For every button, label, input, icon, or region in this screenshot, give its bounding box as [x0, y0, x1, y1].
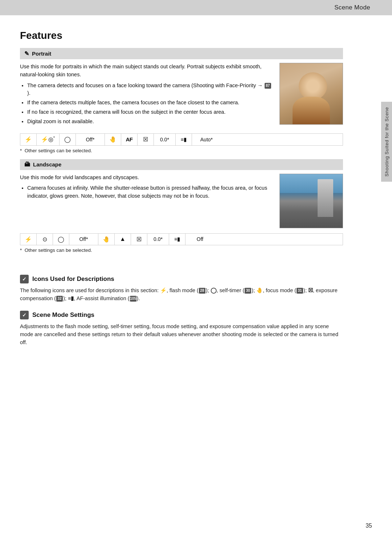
ls-circle-symbol: ⊙ [42, 236, 47, 243]
portrait-settings-row: ⚡ ⚡◎* ◯ Off* 🤚 AF ☒ 0.0* [20, 133, 343, 145]
landscape-bullet-1: Camera focuses at infinity. While the sh… [27, 184, 272, 200]
settings-cell-flash: ⚡ [20, 134, 37, 145]
icons-note-heading: ✓ Icons Used for Descriptions [20, 275, 343, 283]
settings-cell-ev: 0.0* [154, 134, 176, 145]
landscape-icon: 🏔 [24, 161, 30, 168]
main-content: Features ✎ Portrait Use this mode for po… [0, 15, 363, 376]
notes-section: ✓ Icons Used for Descriptions The follow… [20, 275, 343, 347]
portrait-icon: ✎ [24, 50, 29, 57]
portrait-description: Use this mode for portraits in which the… [20, 63, 272, 79]
scene-mode-note-title: Scene Mode Settings [32, 311, 94, 319]
ref-32: 32 [56, 296, 63, 302]
exp-symbol: ☒ [143, 136, 148, 143]
portrait-label: Portrait [32, 51, 51, 57]
settings-cell-exp: ☒ [138, 134, 154, 145]
settings-cell-macro: ⚡◎* [37, 134, 60, 145]
off-label-1: Off* [86, 137, 94, 142]
ls-cell-focus: 🤚 [98, 234, 115, 245]
features-heading: Features [20, 30, 343, 41]
portrait-bullet-2: If the camera detects multiple faces, th… [27, 99, 272, 107]
note-icon-scene-mode: ✓ [20, 311, 29, 319]
landscape-description: Use this mode for vivid landscapes and c… [20, 174, 272, 182]
settings-cell-auto: Auto* [192, 134, 221, 145]
landscape-section-header: 🏔 Landscape [20, 159, 343, 170]
settings-cell-af: AF [121, 134, 138, 145]
ls-cell-ei: ≡▮ [169, 234, 185, 245]
portrait-text: Use this mode for portraits in which the… [20, 63, 272, 128]
ev-value: 0.0* [160, 137, 169, 142]
ls-exp-symbol: ☒ [136, 236, 142, 243]
flash-symbol: ⚡ [25, 136, 32, 143]
ref-105: 105 [130, 296, 136, 302]
icons-note-title: Icons Used for Descriptions [32, 275, 114, 283]
note-icon-descriptions: ✓ [20, 275, 29, 283]
ls-cell-flash: ⚡ [20, 234, 37, 245]
ls-ei-symbol: ≡▮ [174, 236, 180, 242]
ls-off-label-2: Off [197, 236, 203, 242]
ls-focus-symbol: 🤚 [103, 236, 110, 243]
ls-flash-symbol: ⚡ [25, 236, 32, 243]
ref-28: 28 [199, 288, 205, 294]
ls-cell-off2: Off [185, 234, 215, 245]
page-title: Scene Mode [334, 4, 370, 11]
scene-mode-note-text: Adjustments to the flash mode setting, s… [20, 322, 343, 347]
landscape-footnote: * Other settings can be selected. [20, 247, 343, 253]
landscape-section: Use this mode for vivid landscapes and c… [20, 174, 343, 228]
settings-cell-ei: ≡▮ [176, 134, 192, 145]
ls-mountain-symbol: ▲ [120, 236, 126, 242]
ls-cell-timer: ◯ [53, 234, 69, 245]
portrait-bullet-3: If no face is recognized, the camera wil… [27, 108, 272, 116]
icons-note-text: The following icons are used for descrip… [20, 286, 343, 303]
portrait-bullet-4: Digital zoom is not available. [27, 118, 272, 126]
portrait-section-header: ✎ Portrait [20, 48, 343, 59]
landscape-label: Landscape [33, 161, 61, 168]
focus-symbol: 🤚 [109, 136, 117, 143]
ls-cell-mountain: ▲ [115, 234, 131, 245]
portrait-bullets: The camera detects and focuses on a face… [27, 82, 272, 126]
macro-symbol: ⚡◎* [41, 136, 55, 143]
scene-mode-note-block: ✓ Scene Mode Settings Adjustments to the… [20, 311, 343, 347]
ls-timer-symbol: ◯ [58, 236, 64, 243]
portrait-footnote: * Other settings can be selected. [20, 148, 343, 153]
landscape-text: Use this mode for vivid landscapes and c… [20, 174, 272, 228]
landscape-settings-row: ⚡ ⊙ ◯ Off* 🤚 ▲ ☒ 0.0* ≡ [20, 233, 343, 245]
ls-cell-ev: 0.0* [147, 234, 169, 245]
right-tab-label: Shooting Suited for the Scene [384, 107, 389, 177]
landscape-image [279, 174, 343, 228]
ref-31: 31 [297, 288, 303, 294]
settings-cell-focus: 🤚 [105, 134, 121, 145]
portrait-section: Use this mode for portraits in which the… [20, 63, 343, 128]
settings-cell-timer: ◯ [60, 134, 76, 145]
top-bar: Scene Mode [0, 0, 392, 15]
ls-ev-value: 0.0* [154, 236, 163, 242]
portrait-bullet-1: The camera detects and focuses on a face… [27, 82, 272, 98]
auto-label: Auto* [200, 137, 213, 142]
right-tab: Shooting Suited for the Scene [381, 102, 392, 182]
ls-cell-circle: ⊙ [37, 234, 53, 245]
landscape-photo-simulation [280, 174, 343, 228]
portrait-photo-simulation [280, 63, 343, 124]
page-container: Scene Mode Shooting Suited for the Scene… [0, 0, 392, 540]
af-label: AF [126, 136, 132, 142]
icons-note-block: ✓ Icons Used for Descriptions The follow… [20, 275, 343, 303]
landscape-bullets: Camera focuses at infinity. While the sh… [27, 184, 272, 200]
ref-87: 87 [265, 83, 271, 89]
settings-cell-off1: Off* [76, 134, 105, 145]
timer-symbol: ◯ [64, 136, 71, 143]
ls-off-label: Off* [79, 236, 88, 242]
page-number: 35 [366, 523, 372, 529]
ls-cell-off: Off* [69, 234, 98, 245]
ei-symbol: ≡▮ [181, 137, 187, 142]
ref-30: 30 [245, 288, 251, 294]
portrait-image [279, 63, 343, 125]
ls-cell-exp: ☒ [131, 234, 147, 245]
scene-mode-note-heading: ✓ Scene Mode Settings [20, 311, 343, 319]
